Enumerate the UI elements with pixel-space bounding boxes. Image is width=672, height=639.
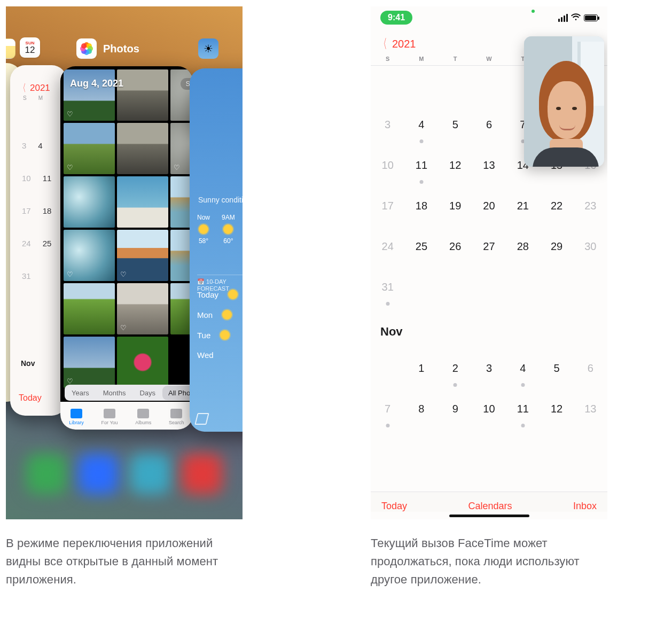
app-card-calendar[interactable]: 〈 2021 S M 34 1011 1718 2425 31 Nov: [10, 65, 67, 416]
calendar-day-cell[interactable]: [472, 68, 506, 109]
calendar-day-cell[interactable]: 3: [472, 353, 506, 393]
cellular-icon: [558, 14, 568, 22]
calendar-day-cell[interactable]: 20: [472, 190, 506, 231]
battery-icon: [584, 14, 598, 21]
calendar-day-cell[interactable]: [439, 271, 472, 312]
photo-view-segments[interactable]: Years Months Days All Photos: [65, 385, 193, 401]
heart-icon: ♡: [67, 377, 73, 385]
calendar-back-button[interactable]: 〈 2021: [377, 35, 416, 52]
calendar-day-cell[interactable]: [506, 271, 540, 312]
calendar-day-cell[interactable]: 11: [404, 150, 438, 190]
photo-grid: ♡ ♡ ♡ ♡ ♡ ♡: [64, 69, 193, 380]
calendar-day-cell[interactable]: 6: [574, 353, 607, 393]
photo-thumb[interactable]: ♡: [64, 123, 115, 174]
calendar-day-cell[interactable]: 2: [439, 353, 472, 393]
tab-foryou[interactable]: For You: [101, 409, 118, 425]
home-indicator[interactable]: [449, 515, 529, 517]
calendar-month-label: Nov: [371, 312, 607, 353]
calendar-day-cell[interactable]: 5: [540, 353, 573, 393]
calendar-day-cell[interactable]: 10: [371, 150, 404, 190]
photo-thumb[interactable]: ♡: [64, 230, 115, 281]
calendar-back-button[interactable]: 〈 2021: [18, 81, 50, 95]
photos-date: Aug 4, 2021: [70, 78, 123, 89]
calendar-day-cell[interactable]: 12: [540, 393, 573, 434]
tab-search[interactable]: Search: [169, 409, 184, 425]
photo-thumb[interactable]: [117, 69, 168, 121]
sun-icon: [220, 330, 230, 340]
photo-thumb[interactable]: ♡: [117, 283, 168, 334]
calendar-day-cell[interactable]: [404, 68, 438, 109]
photo-thumb[interactable]: ♡: [64, 69, 115, 121]
calendar-day-cell[interactable]: 6: [472, 109, 506, 150]
calendar-day-cell[interactable]: 23: [574, 190, 607, 231]
calendar-day-cell[interactable]: 22: [540, 190, 573, 231]
facetime-pip[interactable]: [524, 36, 604, 167]
calendar-today-button[interactable]: Today: [19, 393, 42, 403]
left-phone: SUN 12 Photos ☀︎ 〈 2021: [6, 6, 243, 519]
calendar-day-cell[interactable]: 21: [506, 190, 540, 231]
tab-library[interactable]: Library: [69, 409, 84, 425]
calendar-day-cell[interactable]: 4: [404, 109, 438, 150]
calendar-day-cell[interactable]: 30: [574, 231, 607, 271]
tab-albums[interactable]: Albums: [135, 409, 151, 425]
seg-days[interactable]: Days: [132, 389, 162, 397]
calendar-day-cell[interactable]: 25: [404, 231, 438, 271]
heart-icon: ♡: [120, 270, 127, 278]
calendar-day-cell[interactable]: [439, 68, 472, 109]
calendar-back-year: 2021: [30, 83, 50, 93]
weather-day-row: Today: [197, 290, 238, 299]
calendar-day-cell[interactable]: [540, 271, 573, 312]
calendar-day-cell[interactable]: 27: [472, 231, 506, 271]
notes-app-icon: [6, 38, 15, 59]
calendar-day-cell[interactable]: 11: [506, 393, 540, 434]
calendar-day-cell[interactable]: [371, 353, 404, 393]
weather-hourly: Now 58° 9AM 60°: [197, 214, 235, 245]
sun-icon: [199, 224, 208, 234]
calendar-day-cell[interactable]: [574, 271, 607, 312]
calendar-day-cell[interactable]: 17: [371, 190, 404, 231]
calendar-day-cell[interactable]: 13: [472, 150, 506, 190]
calendar-day-cell[interactable]: 19: [439, 190, 472, 231]
calendars-button[interactable]: Calendars: [468, 501, 512, 512]
calendar-day-cell[interactable]: 26: [439, 231, 472, 271]
calendar-day-cell[interactable]: 1: [404, 353, 438, 393]
app-card-weather[interactable]: Sunny conditions Now 58° 9AM 60°: [190, 68, 243, 432]
today-button[interactable]: Today: [381, 501, 407, 512]
calendar-day-cell[interactable]: 3: [371, 109, 404, 150]
calendar-day-cell[interactable]: [404, 271, 438, 312]
weather-hour: Now 58°: [197, 214, 210, 245]
seg-years[interactable]: Years: [65, 389, 96, 397]
photo-thumb[interactable]: [117, 123, 168, 174]
calendar-day-cell[interactable]: 24: [371, 231, 404, 271]
photo-thumb[interactable]: [117, 337, 168, 388]
sun-icon: [222, 310, 232, 320]
app-card-photos[interactable]: ♡ ♡ ♡ ♡ ♡ ♡: [60, 66, 193, 430]
calendar-day-cell[interactable]: [472, 271, 506, 312]
calendar-day-cell[interactable]: 29: [540, 231, 573, 271]
seg-all[interactable]: All Photos: [162, 386, 193, 400]
calendar-day-cell[interactable]: 28: [506, 231, 540, 271]
heart-icon: ♡: [67, 163, 73, 172]
calendar-day-cell[interactable]: [371, 68, 404, 109]
calendar-day-cell[interactable]: 9: [439, 393, 472, 434]
photo-thumb[interactable]: [64, 176, 115, 228]
calendar-day-cell[interactable]: 18: [404, 190, 438, 231]
call-time-pill[interactable]: 9:41: [380, 11, 412, 25]
calendar-back-year: 2021: [392, 38, 416, 50]
inbox-button[interactable]: Inbox: [573, 501, 597, 512]
photo-thumb[interactable]: ♡: [117, 230, 168, 281]
calendar-day-cell[interactable]: 13: [574, 393, 607, 434]
calendar-day-cell[interactable]: 7: [371, 393, 404, 434]
photo-thumb[interactable]: ♡: [64, 337, 115, 388]
calendar-day-cell[interactable]: 5: [439, 109, 472, 150]
calendar-day-cell[interactable]: 4: [506, 353, 540, 393]
photo-thumb[interactable]: [64, 283, 115, 334]
photo-thumb[interactable]: [117, 176, 168, 228]
seg-months[interactable]: Months: [96, 389, 133, 397]
weather-map-button[interactable]: [196, 413, 208, 427]
dock-icon: [130, 454, 170, 494]
calendar-day-cell[interactable]: 8: [404, 393, 438, 434]
calendar-day-cell[interactable]: 10: [472, 393, 506, 434]
calendar-day-cell[interactable]: 12: [439, 150, 472, 190]
calendar-day-cell[interactable]: 31: [371, 271, 404, 312]
